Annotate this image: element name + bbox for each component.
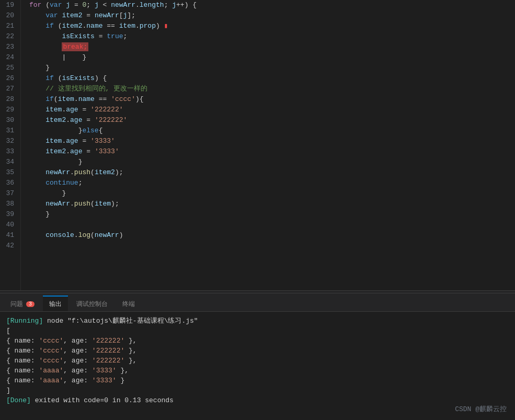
- code-line-39: }: [29, 209, 515, 220]
- code-line-19: for (var j = 0; j < newArr.length; j++) …: [29, 0, 515, 10]
- code-line-36: continue;: [29, 178, 515, 188]
- code-line-42: [29, 241, 515, 251]
- code-line-24: | }: [29, 52, 515, 63]
- watermark: CSDN @麒麟云控: [455, 404, 507, 414]
- tabs-bar: 问题 3 输出 调试控制台 终端: [0, 293, 515, 312]
- code-line-25: }: [29, 63, 515, 73]
- running-command: node "f:\autojs\麒麟社-基础课程\练习.js": [47, 317, 198, 325]
- done-keyword: [Done]: [6, 396, 31, 404]
- code-content: for (var j = 0; j < newArr.length; j++) …: [21, 0, 515, 290]
- output-line-4: { name: 'aaaa', age: '3333' },: [6, 366, 509, 376]
- code-line-35: newArr.push(item2);: [29, 167, 515, 178]
- tab-terminal[interactable]: 终端: [116, 296, 141, 311]
- line-numbers: 19 20 21 22 23 24 25 26 27 28 29 30 31 3…: [0, 0, 21, 290]
- output-line-2: { name: 'cccc', age: '222222' },: [6, 346, 509, 356]
- code-line-41: console.log(newArr): [29, 230, 515, 241]
- code-line-22: isExists = true;: [29, 31, 515, 42]
- running-line: [Running] node "f:\autojs\麒麟社-基础课程\练习.js…: [6, 316, 509, 326]
- tab-debug-label: 调试控制台: [76, 300, 108, 309]
- tab-problems-label: 问题: [10, 300, 23, 309]
- code-line-40: [29, 220, 515, 230]
- editor-area: 19 20 21 22 23 24 25 26 27 28 29 30 31 3…: [0, 0, 515, 290]
- bottom-panel: 问题 3 输出 调试控制台 终端 [Running] node "f:\auto…: [0, 293, 515, 420]
- tab-problems[interactable]: 问题 3: [4, 296, 41, 311]
- code-line-32: item.age = '3333': [29, 136, 515, 146]
- tab-output-label: 输出: [49, 300, 62, 309]
- output-bracket-close: ]: [6, 385, 509, 395]
- code-line-21: if (item2.name == item.prop) ▮: [29, 21, 515, 31]
- output-bracket-open: [: [6, 326, 509, 336]
- done-line: [Done] exited with code=0 in 0.13 second…: [6, 395, 509, 405]
- terminal-content: [Running] node "f:\autojs\麒麟社-基础课程\练习.js…: [0, 312, 515, 420]
- code-line-26: if (isExists) {: [29, 73, 515, 84]
- tab-debug[interactable]: 调试控制台: [70, 296, 114, 311]
- code-line-38: newArr.push(item);: [29, 199, 515, 209]
- code-line-20: var item2 = newArr[j];: [29, 10, 515, 21]
- tab-terminal-label: 终端: [122, 300, 135, 309]
- tab-problems-badge: 3: [26, 301, 35, 307]
- running-keyword: [Running]: [6, 317, 43, 325]
- output-line-1: { name: 'cccc', age: '222222' },: [6, 336, 509, 346]
- code-line-23: break;: [29, 42, 515, 52]
- code-line-33: item2.age = '3333': [29, 146, 515, 157]
- code-line-31: }else{: [29, 126, 515, 136]
- code-line-30: item2.age = '222222': [29, 115, 515, 126]
- tab-output[interactable]: 输出: [43, 296, 68, 311]
- output-line-5: { name: 'aaaa', age: '3333' }: [6, 376, 509, 385]
- code-line-28: if(item.name == 'cccc'){: [29, 94, 515, 105]
- code-line-37: }: [29, 188, 515, 199]
- code-line-27: // 这里找到相同的, 更改一样的: [29, 84, 515, 94]
- done-message: exited with code=0 in 0.13 seconds: [35, 396, 174, 404]
- output-line-3: { name: 'cccc', age: '222222' },: [6, 356, 509, 366]
- code-line-29: item.age = '222222': [29, 105, 515, 115]
- code-line-34: }: [29, 157, 515, 167]
